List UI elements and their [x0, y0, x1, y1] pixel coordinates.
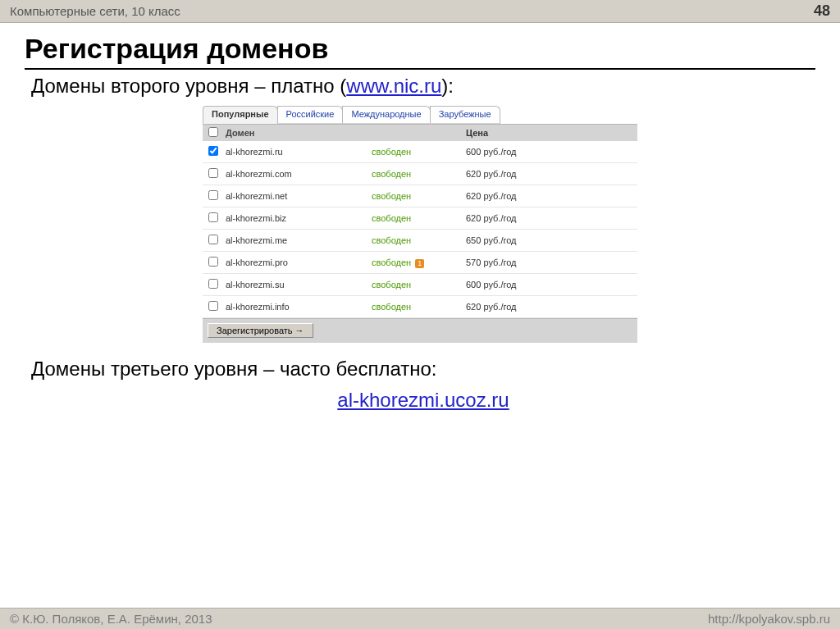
domain-status: свободен — [372, 213, 466, 223]
table-row: al-khorezmi.bizсвободен620 руб./год — [203, 207, 637, 230]
status-flag-icon: 1 — [415, 259, 424, 268]
domain-status: свободен 1 — [372, 258, 466, 268]
footer: © К.Ю. Поляков, Е.А. Ерёмин, 2013 http:/… — [0, 608, 840, 629]
domain-price: 570 руб./год — [466, 258, 637, 267]
domain-name: al-khorezmi.com — [224, 169, 372, 179]
tab-russian[interactable]: Российские — [277, 106, 344, 124]
domain-name: al-khorezmi.net — [224, 191, 372, 201]
slide-title: Регистрация доменов — [25, 33, 815, 70]
third-level-link-line: al-khorezmi.ucoz.ru — [31, 389, 815, 412]
domain-price: 600 руб./год — [466, 147, 637, 157]
paragraph-second-level: Домены второго уровня – платно (www.nic.… — [31, 75, 815, 98]
domain-checkbox[interactable] — [208, 146, 218, 156]
domain-name: al-khorezmi.me — [224, 235, 372, 245]
select-all-checkbox[interactable] — [208, 127, 218, 137]
table-row: al-khorezmi.ruсвободен600 руб./год — [203, 141, 637, 163]
course-label: Компьютерные сети, 10 класс — [10, 4, 180, 18]
domain-name: al-khorezmi.pro — [224, 258, 372, 267]
topbar: Компьютерные сети, 10 класс 48 — [0, 0, 840, 23]
domain-price: 620 руб./год — [466, 213, 637, 223]
domain-checkbox[interactable] — [208, 257, 218, 267]
table-row: al-khorezmi.suсвободен600 руб./год — [203, 274, 637, 296]
domain-checkbox[interactable] — [208, 235, 218, 244]
widget-rows: al-khorezmi.ruсвободен600 руб./годal-kho… — [203, 141, 637, 318]
domain-name: al-khorezmi.info — [224, 302, 372, 312]
tab-international[interactable]: Международные — [342, 106, 430, 124]
domain-checkbox[interactable] — [208, 190, 218, 200]
domain-widget: Популярные Российские Международные Зару… — [203, 106, 637, 343]
domain-price: 620 руб./год — [466, 302, 637, 312]
table-row: al-khorezmi.comсвободен620 руб./год — [203, 163, 637, 185]
domain-price: 620 руб./год — [466, 169, 637, 179]
table-row: al-khorezmi.proсвободен 1570 руб./год — [203, 252, 637, 274]
register-button[interactable]: Зарегистрировать → — [208, 323, 313, 338]
domain-price: 600 руб./год — [466, 280, 637, 289]
paragraph-third-level: Домены третьего уровня – часто бесплатно… — [31, 358, 815, 381]
tab-popular[interactable]: Популярные — [203, 106, 278, 124]
footer-url: http://kpolyakov.spb.ru — [708, 612, 830, 626]
col-header-domain: Домен — [224, 128, 372, 138]
domain-checkbox[interactable] — [208, 168, 218, 178]
domain-price: 620 руб./год — [466, 191, 637, 201]
domain-checkbox[interactable] — [208, 212, 218, 222]
domain-checkbox[interactable] — [208, 301, 218, 311]
domain-status: свободен — [372, 235, 466, 245]
widget-header-row: Домен Цена — [203, 124, 637, 141]
domain-status: свободен — [372, 169, 466, 179]
para1-prefix: Домены второго уровня – платно ( — [31, 75, 346, 97]
tab-foreign[interactable]: Зарубежные — [430, 106, 500, 124]
page-number: 48 — [814, 2, 830, 20]
slide-body: Регистрация доменов Домены второго уровн… — [0, 23, 840, 597]
nic-ru-link[interactable]: www.nic.ru — [346, 75, 441, 97]
table-row: al-khorezmi.infoсвободен620 руб./год — [203, 296, 637, 318]
domain-name: al-khorezmi.biz — [224, 213, 372, 223]
domain-status: свободен — [372, 302, 466, 312]
col-header-price: Цена — [466, 128, 637, 138]
domain-name: al-khorezmi.su — [224, 280, 372, 289]
domain-status: свободен — [372, 280, 466, 289]
domain-status: свободен — [372, 191, 466, 201]
widget-footer: Зарегистрировать → — [203, 318, 637, 343]
domain-checkbox[interactable] — [208, 279, 218, 289]
domain-status: свободен — [372, 147, 466, 157]
domain-price: 650 руб./год — [466, 235, 637, 245]
footer-authors: © К.Ю. Поляков, Е.А. Ерёмин, 2013 — [10, 612, 212, 626]
table-row: al-khorezmi.netсвободен620 руб./год — [203, 185, 637, 207]
widget-tabs: Популярные Российские Международные Зару… — [203, 106, 637, 124]
table-row: al-khorezmi.meсвободен650 руб./год — [203, 230, 637, 252]
domain-name: al-khorezmi.ru — [224, 147, 372, 157]
ucoz-link[interactable]: al-khorezmi.ucoz.ru — [337, 389, 509, 411]
para1-suffix: ): — [441, 75, 454, 97]
